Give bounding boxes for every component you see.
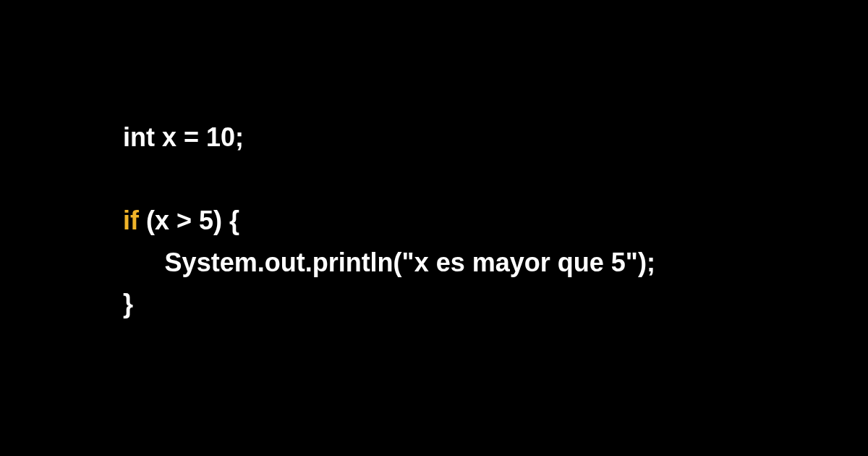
code-line-5: } [123,283,655,325]
blank-line [123,159,655,200]
code-line-4-text: System.out.println("x es mayor que 5"); [165,248,655,277]
keyword-if: if [123,206,139,235]
code-block: int x = 10; if (x > 5) { System.out.prin… [123,117,655,325]
code-line-3: if (x > 5) { [123,200,655,242]
code-line-4: System.out.println("x es mayor que 5"); [123,242,655,284]
code-line-3-rest: (x > 5) { [139,206,239,235]
code-line-1: int x = 10; [123,117,655,159]
